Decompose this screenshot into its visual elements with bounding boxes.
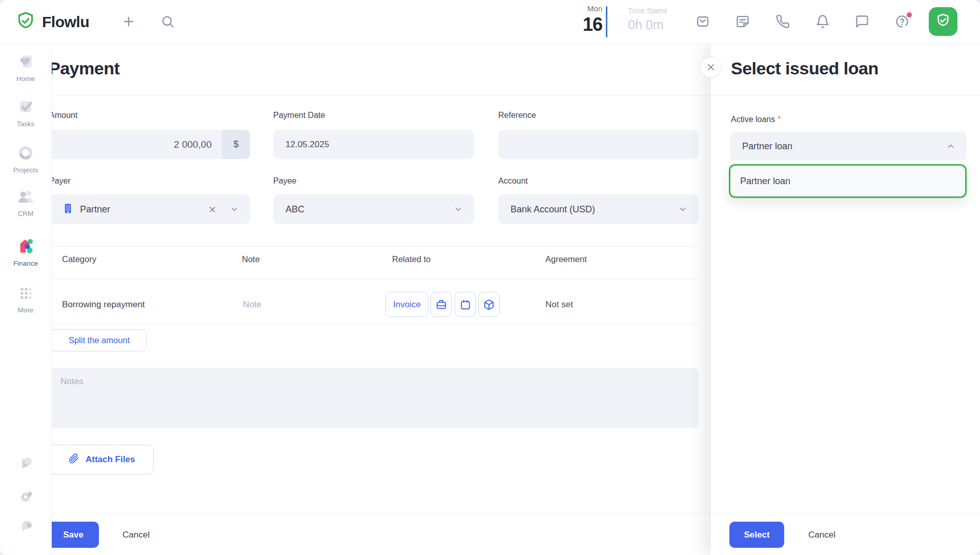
row-note-input[interactable] bbox=[242, 296, 350, 313]
app-window: Flowlu Mon 16 Time Spent 0h 0m bbox=[0, 0, 980, 555]
payee-select[interactable]: ABC bbox=[273, 194, 474, 224]
home-icon bbox=[16, 52, 35, 71]
box-icon[interactable] bbox=[478, 292, 500, 317]
row-note-field[interactable] bbox=[242, 296, 350, 313]
create-plus-icon[interactable] bbox=[121, 14, 136, 29]
more-grid-icon bbox=[16, 283, 35, 303]
notes-textarea[interactable] bbox=[52, 368, 699, 428]
row-agreement-value[interactable]: Not set bbox=[545, 300, 573, 310]
active-loans-select[interactable]: Partner loan bbox=[730, 132, 967, 161]
calendar-icon[interactable] bbox=[455, 292, 476, 317]
account-select[interactable]: Bank Account (USD) bbox=[498, 194, 699, 224]
sidebar-label-more: More bbox=[0, 306, 51, 314]
phone-icon[interactable] bbox=[775, 14, 790, 29]
sidebar-label-tasks: Tasks bbox=[0, 120, 51, 128]
column-header-agreement: Agreement bbox=[545, 254, 587, 264]
reference-label: Reference bbox=[498, 111, 536, 120]
sidebar-label-projects: Projects bbox=[0, 166, 51, 174]
paperclip-icon bbox=[69, 453, 79, 466]
payee-label: Payee bbox=[273, 176, 296, 186]
sidebar-item-finance[interactable]: Finance bbox=[0, 236, 51, 267]
clear-payer-icon[interactable] bbox=[209, 206, 216, 213]
account-value: Bank Account (USD) bbox=[511, 204, 678, 215]
help-notification-dot bbox=[907, 12, 912, 17]
split-amount-button[interactable]: Split the amount bbox=[52, 329, 147, 351]
currency-suffix[interactable]: $ bbox=[222, 130, 250, 159]
projects-icon bbox=[16, 143, 35, 163]
chevron-up-icon[interactable] bbox=[946, 142, 955, 151]
profile-shield-icon bbox=[935, 12, 951, 31]
chevron-down-icon[interactable] bbox=[230, 205, 239, 214]
integrations-icon[interactable] bbox=[18, 455, 34, 471]
sidebar-item-projects[interactable]: Projects bbox=[0, 143, 51, 174]
tasks-icon bbox=[16, 97, 35, 116]
dialog-header-divider bbox=[711, 95, 980, 95]
date-divider-bar bbox=[606, 6, 607, 37]
close-icon[interactable] bbox=[700, 56, 722, 78]
calendar-date-widget[interactable]: Mon 16 bbox=[583, 5, 602, 34]
header-divider bbox=[52, 95, 711, 96]
sidebar-nav: Home Tasks Projects CRM Finance bbox=[0, 44, 52, 555]
top-bar: Flowlu Mon 16 Time Spent 0h 0m bbox=[0, 0, 980, 44]
payer-label: Payer bbox=[52, 176, 71, 186]
payer-select[interactable]: Partner bbox=[52, 194, 250, 224]
sidebar-item-more[interactable]: More bbox=[0, 283, 51, 314]
reference-input[interactable] bbox=[498, 130, 699, 159]
active-loans-label: Active loans* bbox=[731, 115, 781, 124]
select-button[interactable]: Select bbox=[729, 522, 784, 548]
cancel-button[interactable]: Cancel bbox=[119, 522, 153, 548]
profile-avatar[interactable] bbox=[929, 7, 957, 36]
sidebar-item-tasks[interactable]: Tasks bbox=[0, 97, 51, 128]
chat-icon[interactable] bbox=[855, 14, 869, 29]
row-category-value[interactable]: Borrowing repayment bbox=[62, 300, 145, 310]
loan-option-partner-loan[interactable]: Partner loan bbox=[729, 164, 967, 198]
settings-gear-icon[interactable] bbox=[18, 488, 34, 504]
time-spent-label: Time Spent bbox=[628, 7, 667, 14]
page-title: Payment bbox=[52, 58, 119, 78]
save-button[interactable]: Save bbox=[52, 522, 99, 548]
table-header-divider bbox=[52, 279, 699, 280]
chevron-down-icon[interactable] bbox=[678, 205, 687, 214]
payment-date-label: Payment Date bbox=[273, 111, 325, 120]
active-loans-selected-value: Partner loan bbox=[742, 141, 946, 152]
time-spent-widget[interactable]: Time Spent 0h 0m bbox=[628, 7, 667, 31]
table-row-divider bbox=[52, 323, 699, 324]
payer-value: Partner bbox=[80, 204, 202, 215]
day-number: 16 bbox=[583, 15, 602, 34]
sidebar-label-finance: Finance bbox=[0, 260, 51, 267]
brand-logo[interactable]: Flowlu bbox=[15, 11, 89, 33]
column-header-category: Category bbox=[62, 254, 96, 264]
dialog-footer-divider bbox=[711, 513, 980, 513]
sidebar-label-crm: CRM bbox=[0, 210, 51, 217]
select-issued-loan-dialog: Select issued loan Active loans* Partner… bbox=[711, 44, 980, 555]
chevron-down-icon[interactable] bbox=[454, 205, 463, 214]
brand-name: Flowlu bbox=[42, 13, 89, 31]
reference-input-box[interactable] bbox=[498, 130, 699, 159]
notes-field[interactable] bbox=[52, 368, 699, 428]
payment-date-input[interactable]: 12.05.2025 bbox=[273, 130, 474, 159]
flowlu-shield-icon bbox=[15, 11, 36, 33]
amount-label: Amount bbox=[52, 111, 77, 120]
time-spent-value: 0h 0m bbox=[628, 18, 667, 31]
briefcase-icon[interactable] bbox=[431, 292, 452, 317]
attach-files-button[interactable]: Attach Files bbox=[52, 445, 154, 474]
bell-icon[interactable] bbox=[815, 14, 830, 29]
amount-value: 2 000,00 bbox=[174, 130, 212, 159]
search-icon[interactable] bbox=[160, 14, 175, 29]
required-asterisk: * bbox=[778, 115, 781, 124]
payee-value: ABC bbox=[285, 204, 454, 215]
dialog-cancel-button[interactable]: Cancel bbox=[805, 522, 839, 548]
column-header-related-to: Related to bbox=[392, 254, 431, 264]
feedback-bubble-icon[interactable] bbox=[18, 519, 34, 536]
mail-icon[interactable] bbox=[696, 14, 710, 29]
payment-date-value: 12.05.2025 bbox=[285, 140, 329, 150]
amount-input[interactable]: 2 000,00 $ bbox=[52, 130, 250, 159]
table-top-divider bbox=[52, 246, 699, 247]
sidebar-item-home[interactable]: Home bbox=[0, 52, 51, 83]
crm-icon bbox=[16, 187, 35, 206]
notes-icon[interactable] bbox=[736, 14, 750, 29]
sidebar-item-crm[interactable]: CRM bbox=[0, 187, 51, 217]
footer-divider bbox=[52, 513, 711, 513]
dialog-title: Select issued loan bbox=[731, 58, 879, 78]
invoice-button[interactable]: Invoice bbox=[385, 292, 428, 317]
